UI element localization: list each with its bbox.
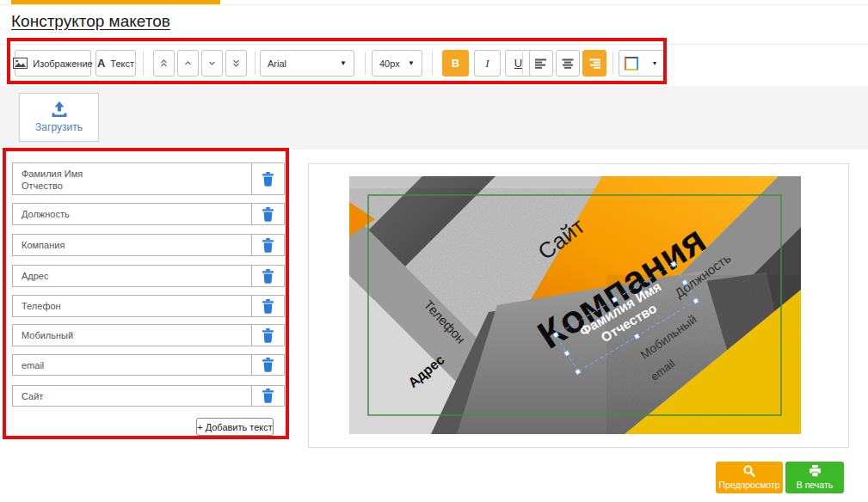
- toolbar-divider: [613, 52, 613, 75]
- toolbar-divider: [255, 52, 255, 75]
- align-center-icon: [562, 58, 574, 69]
- italic-button[interactable]: I: [474, 50, 501, 77]
- chevron-up-icon: [183, 59, 193, 67]
- italic-label: I: [485, 57, 489, 70]
- field-input-phone[interactable]: Телефон: [13, 296, 252, 316]
- delete-field-button[interactable]: [252, 325, 284, 346]
- layout-designer-app: Конструктор макетов Изображение A Текст …: [0, 0, 868, 502]
- double-chevron-down-icon: [231, 58, 241, 68]
- field-row: email: [12, 354, 285, 376]
- field-input-name[interactable]: Фамилия Имя Отчество: [13, 163, 252, 194]
- font-family-value: Arial: [268, 58, 286, 69]
- align-right-icon: [588, 58, 600, 69]
- field-input-position[interactable]: Должность: [13, 204, 252, 224]
- select-caret-icon: ▼: [340, 59, 347, 67]
- printer-icon: [809, 465, 822, 477]
- page-title: Конструктор макетов: [11, 12, 170, 31]
- double-chevron-up-icon: [159, 58, 169, 68]
- field-input-mobile[interactable]: Мобильный: [13, 325, 252, 346]
- field-row: Мобильный: [12, 324, 285, 346]
- upload-label: Загрузить: [35, 121, 83, 133]
- trash-icon: [262, 172, 274, 187]
- upload-button[interactable]: Загрузить: [19, 93, 99, 142]
- field-input-address[interactable]: Адрес: [13, 266, 252, 286]
- field-row: Сайт: [12, 385, 285, 407]
- preview-button[interactable]: Предпросмотр: [716, 462, 783, 493]
- delete-field-button[interactable]: [252, 235, 284, 255]
- image-icon: [13, 58, 28, 69]
- select-caret-icon: ▼: [408, 59, 415, 67]
- delete-field-button[interactable]: [252, 355, 284, 375]
- toolbar-divider: [432, 52, 433, 75]
- text-color-dropdown-button[interactable]: ▾: [643, 50, 667, 77]
- field-row: Телефон: [12, 295, 285, 317]
- move-down-button[interactable]: [201, 50, 223, 77]
- delete-field-button[interactable]: [252, 204, 284, 224]
- letter-a-icon: A: [97, 57, 105, 70]
- move-to-front-button[interactable]: [153, 50, 175, 77]
- toolbar-divider: [143, 52, 144, 75]
- trash-icon: [262, 269, 274, 284]
- toolbar-divider: [365, 52, 366, 75]
- chevron-down-icon: [207, 59, 217, 67]
- trash-icon: [262, 238, 274, 253]
- field-row: Адрес: [12, 265, 285, 287]
- trash-icon: [262, 207, 274, 222]
- insert-text-label: Текст: [110, 58, 134, 69]
- align-center-button[interactable]: [556, 50, 580, 77]
- move-up-button[interactable]: [177, 50, 199, 77]
- field-input-email[interactable]: email: [13, 355, 252, 375]
- print-button[interactable]: В печать: [785, 462, 844, 493]
- delete-field-button[interactable]: [252, 386, 284, 406]
- field-row: Компания: [12, 234, 285, 256]
- field-input-site[interactable]: Сайт: [13, 386, 252, 406]
- color-swatch-icon: [625, 57, 638, 70]
- delete-field-button[interactable]: [252, 266, 284, 286]
- bold-label: B: [452, 57, 459, 70]
- toolbar-top-divider: [0, 44, 868, 45]
- preview-label: Предпросмотр: [718, 480, 779, 490]
- trash-icon: [262, 299, 274, 314]
- underline-button[interactable]: U: [505, 50, 532, 77]
- insert-image-button[interactable]: Изображение: [15, 50, 91, 77]
- text-color-button[interactable]: [619, 50, 644, 77]
- field-row: Фамилия Имя Отчество: [12, 162, 285, 195]
- underline-label: U: [514, 57, 522, 70]
- trash-icon: [262, 358, 274, 372]
- delete-field-button[interactable]: [252, 296, 284, 316]
- font-size-value: 40px: [379, 58, 400, 69]
- business-card-canvas[interactable]: Сайт Компания Должность Телефон Адрес Мо…: [349, 176, 801, 434]
- font-family-select[interactable]: Arial ▼: [260, 50, 354, 77]
- tab-strip-divider: [0, 4, 868, 5]
- trash-icon: [262, 389, 274, 403]
- align-right-button[interactable]: [582, 50, 606, 77]
- magnifier-icon: [743, 465, 755, 477]
- add-text-button[interactable]: + Добавить текст: [196, 418, 274, 436]
- toolbar-divider: [522, 52, 523, 75]
- insert-text-button[interactable]: A Текст: [95, 50, 136, 77]
- select-caret-icon: ▾: [653, 59, 656, 67]
- delete-field-button[interactable]: [252, 163, 284, 194]
- font-size-select[interactable]: 40px ▼: [372, 50, 422, 77]
- move-to-back-button[interactable]: [225, 50, 247, 77]
- print-label: В печать: [797, 480, 833, 490]
- align-left-button[interactable]: [529, 50, 553, 77]
- insert-image-label: Изображение: [33, 58, 92, 69]
- field-input-company[interactable]: Компания: [13, 235, 252, 255]
- upload-icon: [50, 101, 69, 118]
- field-row: Должность: [12, 203, 285, 225]
- trash-icon: [262, 328, 274, 343]
- upload-strip: [0, 86, 868, 150]
- align-left-icon: [535, 58, 547, 69]
- bold-button[interactable]: B: [442, 50, 469, 77]
